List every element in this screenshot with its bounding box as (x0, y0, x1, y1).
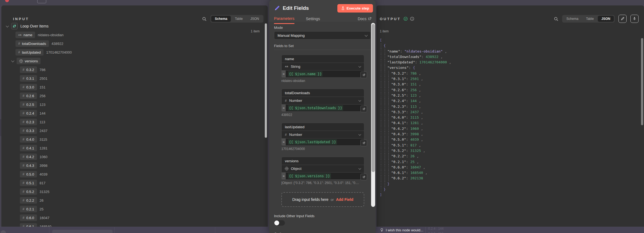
field-expression-input[interactable]: {{ $json.name }} (281, 70, 364, 78)
schema-key-pill[interactable]: 0.2.1 (20, 206, 37, 212)
open-expression-editor-button[interactable] (360, 72, 367, 78)
schema-value: 31325 (40, 190, 49, 194)
schema-key-pill[interactable]: 0.4.0 (20, 136, 37, 143)
field-type-select[interactable]: Number (281, 97, 364, 105)
canvas-node-status-dot (5, 0, 9, 2)
number-type-icon (23, 137, 24, 141)
field-expression-input[interactable]: {{ $json.lastUpdated }} (281, 139, 364, 146)
drag-drop-zone[interactable]: Drag input fields here or Add Field (281, 192, 364, 207)
field-type-select[interactable]: Object (281, 165, 364, 173)
execute-step-button[interactable]: Execute step (337, 4, 373, 13)
chevron-down-icon (359, 99, 361, 102)
search-icon[interactable] (202, 17, 207, 21)
output-scrollbar[interactable] (641, 38, 643, 125)
schema-row: 0.2.5 123 (20, 101, 262, 108)
schema-row: 0.2.3 113 (20, 119, 262, 125)
number-type-icon (23, 129, 24, 133)
node-panel-scrollbar-thumb[interactable] (372, 24, 375, 172)
schema-key-pill[interactable]: versions (17, 58, 41, 64)
open-expression-editor-button[interactable] (360, 106, 367, 112)
field-name-input[interactable]: totalDownloads (281, 89, 364, 97)
field-card: name String {{ $json.name }} nldates-obs… (281, 55, 364, 83)
divider (274, 50, 371, 50)
number-type-icon (23, 164, 24, 167)
schema-key-pill[interactable]: 0.6.0 (20, 214, 37, 221)
field-name-input[interactable]: lastUpdated (281, 123, 364, 131)
include-other-fields-toggle[interactable] (274, 220, 285, 226)
fields-to-set-label: Fields to Set (274, 44, 371, 48)
docs-link[interactable]: Docs (358, 17, 371, 21)
view-toggle-table[interactable]: Table (583, 16, 598, 22)
schema-key-pill[interactable]: 0.3.2 (20, 66, 37, 73)
field-name-input[interactable]: versions (281, 157, 364, 165)
schema-value: 1701462704000 (46, 50, 72, 54)
schema-key-pill[interactable]: 0.4.1 (20, 145, 37, 151)
chevron-down-icon (359, 167, 361, 170)
schema-key-pill[interactable]: name (15, 32, 35, 38)
edit-output-button[interactable] (618, 15, 627, 23)
number-type-icon (23, 155, 24, 159)
field-expression-input[interactable]: {{ $json.totalDownloads }} (281, 105, 364, 112)
number-type-icon (23, 207, 24, 211)
schema-row: 0.2.1 25 (20, 206, 262, 212)
tree-root-label[interactable]: Loop Over Items (20, 24, 49, 28)
mode-select[interactable]: Manual Mapping (274, 31, 371, 39)
view-toggle-json[interactable]: JSON (247, 16, 263, 22)
add-field-button[interactable]: Add Field (336, 197, 353, 202)
schema-value: 151 (40, 85, 46, 89)
schema-value: 2437 (40, 129, 48, 133)
input-view-toggle: SchemaTableJSON (210, 15, 263, 23)
schema-row: lastUpdated 1701462704000 (15, 49, 262, 56)
view-toggle-schema[interactable]: Schema (211, 16, 231, 22)
field-expression-input[interactable]: {{ $json.versions }} (281, 173, 364, 180)
schema-key-pill[interactable]: 0.6.1 (20, 223, 37, 227)
field-type-select[interactable]: Number (281, 131, 364, 139)
schema-value: 168540 (40, 225, 51, 227)
open-expression-editor-button[interactable] (360, 140, 367, 146)
pin-data-button[interactable] (630, 15, 639, 23)
schema-key-pill[interactable]: 0.3.3 (20, 127, 37, 134)
input-scrollbar[interactable] (265, 23, 267, 138)
output-panel-title: OUTPUT (380, 17, 401, 21)
schema-key-pill[interactable]: 0.5.0 (20, 171, 37, 177)
node-panel-scrollbar[interactable] (371, 23, 375, 207)
node-feedback-link[interactable]: I wish this node would... (380, 227, 423, 233)
view-toggle-json[interactable]: JSON (598, 16, 614, 22)
schema-value: 16047 (40, 216, 49, 220)
schema-row: 0.4.1 1281 (20, 145, 262, 151)
info-icon[interactable] (410, 17, 414, 21)
open-expression-editor-button[interactable] (360, 174, 367, 180)
schema-key-pill[interactable]: 0.3.0 (20, 84, 37, 90)
node-detail-panel: Edit Fields Execute step Parameters Sett… (269, 0, 376, 233)
schema-key-pill[interactable]: 0.3.1 (20, 75, 37, 82)
schema-key-pill[interactable]: 0.2.4 (20, 110, 37, 116)
view-toggle-table[interactable]: Table (231, 16, 246, 22)
search-icon[interactable] (554, 17, 558, 21)
view-toggle-schema[interactable]: Schema (563, 16, 582, 22)
options-label: Options (274, 232, 371, 233)
collapse-chevron-icon[interactable] (11, 59, 14, 62)
schema-key-pill[interactable]: 0.5.1 (20, 180, 37, 186)
schema-value: 786 (40, 68, 46, 72)
field-result-preview: [Object: {"0.3.2": 786, "0.3.1": 2501, "… (281, 181, 364, 185)
schema-key-pill[interactable]: 0.2.6 (20, 93, 37, 99)
field-type-select[interactable]: String (281, 63, 364, 70)
schema-key-pill[interactable]: 0.2.3 (20, 119, 37, 125)
schema-key-pill[interactable]: totalDownloads (15, 40, 49, 47)
schema-key-pill[interactable]: 0.4.3 (20, 162, 37, 169)
field-name-input[interactable]: name (281, 55, 364, 63)
number-type-icon (23, 198, 24, 202)
schema-row: 0.6.0 16047 (20, 214, 262, 221)
input-panel-title: INPUT (13, 17, 29, 21)
schema-key-pill[interactable]: 0.5.2 (20, 188, 37, 195)
schema-key-pill[interactable]: lastUpdated (15, 49, 43, 56)
workflow-canvas: INPUT SchemaTableJSON 1 item Loop Over I… (0, 0, 644, 233)
schema-row: 0.5.0 4039 (20, 171, 262, 177)
schema-key-pill[interactable]: 0.4.2 (20, 154, 37, 160)
collapse-chevron-icon[interactable] (6, 24, 9, 27)
node-parameters-body: Mode Manual Mapping Fields to Set name S… (269, 22, 376, 233)
schema-key-pill[interactable]: 0.2.2 (20, 197, 37, 204)
schema-key-pill[interactable]: 0.2.5 (20, 101, 37, 108)
chevron-down-icon (359, 133, 361, 136)
schema-row: 0.2.4 144 (20, 110, 262, 116)
